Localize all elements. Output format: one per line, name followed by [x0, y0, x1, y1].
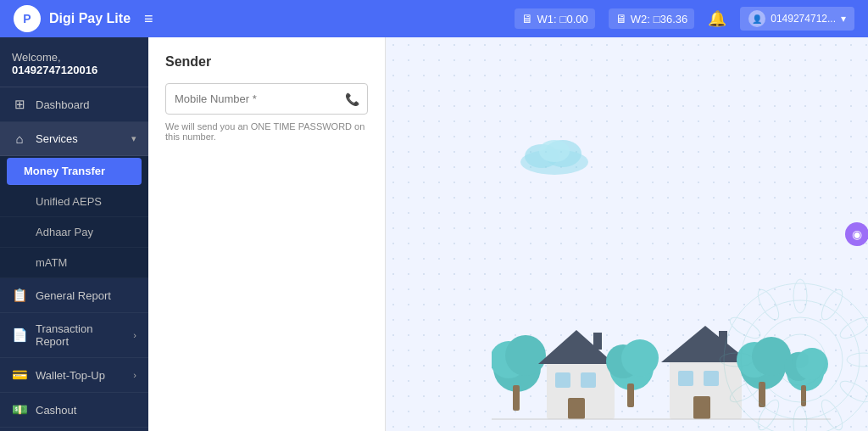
wallet-topup-icon: 💳: [12, 367, 27, 383]
services-submenu: Money Transfer Unified AEPS Adhaar Pay m…: [0, 156, 148, 278]
wallet2-value: □36.36: [654, 13, 687, 25]
sidebar-item-label: Dashboard: [36, 98, 136, 111]
wallet1-value: □0.00: [560, 13, 588, 25]
mobile-number-input[interactable]: [165, 83, 368, 115]
user-avatar-icon: 👤: [748, 10, 765, 27]
user-label: 0149274712...: [771, 13, 836, 25]
submenu-item-adhaar-pay[interactable]: Adhaar Pay: [0, 217, 148, 248]
user-chevron-icon: ▾: [841, 13, 846, 25]
sender-panel: Sender 📞 We will send you an ONE TIME PA…: [148, 37, 386, 431]
submenu-item-matm[interactable]: mATM: [0, 248, 148, 278]
app-title: Digi Pay Lite: [49, 11, 131, 26]
submenu-item-unified-aeps[interactable]: Unified AEPS: [0, 187, 148, 217]
sidebar-welcome: Welcome, 01492747120016: [0, 37, 148, 87]
sidebar-item-services[interactable]: ⌂ Services ▾: [0, 122, 148, 156]
sidebar-item-cashout[interactable]: 💵 Cashout: [0, 393, 148, 428]
notification-icon[interactable]: 🔔: [708, 9, 726, 28]
otp-hint-text: We will send you an ONE TIME PASSWORD on…: [165, 121, 368, 142]
svg-point-38: [793, 279, 807, 313]
float-action-button[interactable]: ◉: [845, 222, 868, 246]
adhaar-pay-label: Adhaar Pay: [36, 226, 93, 238]
services-chevron-icon: ▾: [131, 133, 136, 144]
mobile-input-wrapper: 📞: [165, 83, 368, 115]
svg-rect-11: [581, 372, 596, 388]
transaction-report-icon: 📄: [12, 327, 27, 343]
main-body: Welcome, 01492747120016 ⊞ Dashboard ⌂ Se…: [0, 37, 868, 431]
cashout-icon: 💵: [12, 402, 27, 417]
sidebar-item-talk-to-us[interactable]: 💬 Talk to Us: [0, 428, 148, 431]
sidebar-item-transaction-report[interactable]: 📄 Transaction Report ›: [0, 313, 148, 358]
svg-point-41: [847, 353, 868, 367]
money-transfer-label: Money Transfer: [24, 165, 105, 177]
float-btn-icon: ◉: [852, 227, 862, 241]
transaction-report-label: Transaction Report: [36, 322, 125, 348]
svg-rect-20: [678, 371, 693, 386]
navbar-right: 🖥 W1: □0.00 🖥 W2: □36.36 🔔 👤 0149274712.…: [515, 7, 854, 31]
svg-point-47: [720, 353, 754, 367]
dashboard-icon: ⊞: [12, 97, 27, 112]
navbar-left: P Digi Pay Lite ≡: [14, 5, 153, 32]
svg-rect-22: [693, 396, 710, 419]
wallet2-info: 🖥 W2: □36.36: [609, 8, 695, 29]
wallet2-icon: 🖥: [615, 12, 627, 25]
svg-rect-12: [568, 398, 585, 419]
general-report-label: General Report: [36, 289, 136, 302]
svg-rect-13: [593, 333, 602, 350]
hamburger-icon[interactable]: ≡: [144, 10, 153, 28]
cashout-label: Cashout: [36, 404, 136, 417]
content-area: Sender 📞 We will send you an ONE TIME PA…: [148, 37, 868, 431]
sidebar-item-wallet-topup[interactable]: 💳 Wallet-Top-Up ›: [0, 358, 148, 393]
wallet-topup-label: Wallet-Top-Up: [36, 369, 125, 382]
cloud-illustration: [516, 132, 593, 178]
unified-aeps-label: Unified AEPS: [36, 195, 102, 208]
user-menu[interactable]: 👤 0149274712... ▾: [740, 7, 854, 31]
svg-point-16: [621, 339, 659, 377]
wallet1-info: 🖥 W1: □0.00: [515, 8, 594, 29]
matm-label: mATM: [36, 256, 67, 269]
svg-rect-7: [513, 385, 520, 411]
svg-rect-17: [627, 383, 634, 407]
svg-point-3: [539, 140, 570, 162]
svg-point-37: [792, 351, 809, 368]
svg-rect-10: [555, 372, 570, 388]
sidebar-username: 01492747120016: [12, 64, 136, 76]
general-report-icon: 📋: [12, 288, 27, 303]
svg-point-6: [505, 335, 546, 376]
wallet1-label: W1:: [537, 13, 556, 25]
services-icon: ⌂: [12, 132, 27, 146]
wallet2-label: W2:: [631, 13, 650, 25]
wallet1-icon: 🖥: [521, 12, 533, 25]
svg-marker-9: [538, 330, 615, 364]
illustration-panel: ◉: [386, 37, 868, 431]
sidebar-services-label: Services: [36, 132, 123, 145]
navbar: P Digi Pay Lite ≡ 🖥 W1: □0.00 🖥 W2: □36.…: [0, 0, 868, 37]
welcome-label: Welcome,: [12, 51, 136, 64]
sidebar-item-dashboard[interactable]: ⊞ Dashboard: [0, 87, 148, 122]
transaction-report-arrow-icon: ›: [133, 330, 136, 340]
sidebar: Welcome, 01492747120016 ⊞ Dashboard ⌂ Se…: [0, 37, 148, 431]
app-logo: P: [14, 5, 41, 32]
submenu-item-money-transfer[interactable]: Money Transfer: [7, 158, 142, 185]
sender-title: Sender: [165, 54, 368, 70]
mandala-decoration: [715, 275, 868, 431]
wallet-topup-arrow-icon: ›: [133, 370, 136, 380]
sidebar-item-general-report[interactable]: 📋 General Report: [0, 278, 148, 313]
